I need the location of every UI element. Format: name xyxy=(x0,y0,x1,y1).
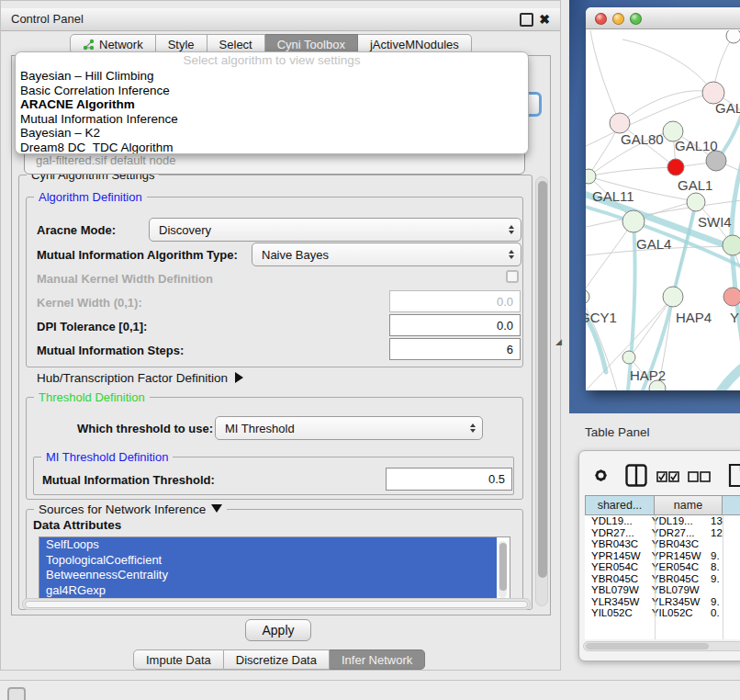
expand-right-icon xyxy=(235,372,243,383)
settings-scrollbar-thumb[interactable] xyxy=(538,181,547,578)
column-header-name[interactable]: name xyxy=(655,495,723,515)
table-row[interactable]: YBR045CYBR045C9. xyxy=(585,573,740,585)
table-row[interactable]: YDL19...YDL19...13 xyxy=(585,515,740,527)
aracne-mode-select[interactable]: Discovery xyxy=(149,218,521,242)
node-unlabeled[interactable] xyxy=(706,151,726,171)
stepper-icon xyxy=(470,423,476,433)
stepper-icon xyxy=(509,225,514,234)
algorithm-option-basic-correlation-inference[interactable]: Basic Correlation Inference xyxy=(16,84,528,98)
algorithm-option-mutual-information-inference[interactable]: Mutual Information Inference xyxy=(16,112,528,127)
zoom-window-button[interactable] xyxy=(630,13,642,25)
table-row[interactable]: YPR145WYPR145W9. xyxy=(585,550,740,562)
document-icon[interactable] xyxy=(728,463,740,488)
data-attributes-list[interactable]: SelfLoopsTopologicalCoefficientBetweenne… xyxy=(39,536,510,604)
node-label-gal11: GAL11 xyxy=(592,188,634,204)
tab-infer-network[interactable]: Infer Network xyxy=(330,649,425,670)
hub-definition-label: Hub/Transcription Factor Definition xyxy=(37,371,228,385)
cell-shared-name: YLR345W xyxy=(585,596,645,608)
cell-shared-name: YER054C xyxy=(585,561,645,573)
attributes-scrollbar[interactable] xyxy=(499,541,507,598)
table-row[interactable]: YIL052CYIL052C0. xyxy=(585,607,740,618)
column-header-shared[interactable]: shared... xyxy=(585,495,655,515)
status-bar xyxy=(0,680,740,700)
mi-steps-label: Mutual Information Steps: xyxy=(37,344,184,357)
node-gal80[interactable] xyxy=(610,113,630,133)
table-hscrollbar-thumb[interactable] xyxy=(586,643,709,649)
cell-shared-name: YBR043C xyxy=(585,538,645,550)
table-row[interactable]: YLR345WYLR345W9. xyxy=(585,596,740,608)
cell-shared-name: YIL052C xyxy=(585,607,645,618)
algorithm-definition-title: Algorithm Definition xyxy=(34,190,147,204)
attribute-selfloops[interactable]: SelfLoops xyxy=(39,537,497,553)
float-window-icon[interactable] xyxy=(520,13,533,27)
algorithm-option-dream8-dc-tdc-algorithm[interactable]: Dream8 DC_TDC Algorithm xyxy=(16,141,528,154)
node-label-gal7: GAL7 xyxy=(715,100,740,116)
table-row[interactable]: YBL079WYBL079W xyxy=(585,584,740,596)
node-gal4[interactable] xyxy=(622,210,645,232)
attributes-scrollbar-thumb[interactable] xyxy=(499,543,507,591)
attribute-gal4rgexp[interactable]: gal4RGexp xyxy=(39,583,497,599)
close-window-button[interactable] xyxy=(595,13,607,25)
node-label-y: Y xyxy=(730,310,739,325)
tab-discretize-data[interactable]: Discretize Data xyxy=(224,649,330,670)
apply-button[interactable]: Apply xyxy=(245,619,311,641)
tab-label: Network xyxy=(99,38,143,51)
network-window-titlebar[interactable] xyxy=(586,7,740,29)
settings-hscrollbar[interactable] xyxy=(22,598,531,610)
node-swi4[interactable] xyxy=(687,193,705,211)
table-row[interactable]: YER054CYER054C8. xyxy=(585,561,740,573)
dpi-tolerance-label: DPI Tolerance [0,1]: xyxy=(37,320,147,333)
node-label-gal1: GAL1 xyxy=(678,177,712,193)
control-panel-title: Control Panel xyxy=(11,8,84,30)
node-gcy1[interactable] xyxy=(586,289,589,304)
minimize-window-button[interactable] xyxy=(612,13,624,25)
which-threshold-value: MI Threshold xyxy=(225,422,295,435)
algorithm-option-aracne-algorithm[interactable]: ARACNE Algorithm xyxy=(16,97,528,112)
column-header-a[interactable]: A xyxy=(723,495,740,515)
node-unlabeled[interactable] xyxy=(723,235,740,255)
network-view-window: GAL7GAL80GAL10GAL1GAL11SWI4GAL4GCY1HAP4Y… xyxy=(586,7,740,390)
node-label-swi4: SWI4 xyxy=(698,214,732,230)
mi-type-select[interactable]: Naive Bayes xyxy=(252,243,521,266)
node-label-hap2: HAP2 xyxy=(630,367,666,383)
settings-hscrollbar-thumb[interactable] xyxy=(25,601,528,608)
gear-icon[interactable] xyxy=(592,467,610,484)
corner-grip-icon[interactable] xyxy=(7,687,26,700)
deselect-checks-icon[interactable] xyxy=(688,471,711,482)
algorithm-option-bayesian-hill-climbing[interactable]: Bayesian – Hill Climbing xyxy=(16,69,528,84)
kernel-width-label: Kernel Width (0,1): xyxy=(37,296,142,310)
network-canvas[interactable]: GAL7GAL80GAL10GAL1GAL11SWI4GAL4GCY1HAP4Y… xyxy=(586,30,740,390)
hub-definition-expander[interactable]: Hub/Transcription Factor Definition xyxy=(37,371,243,385)
split-columns-icon[interactable] xyxy=(625,464,647,487)
table-row[interactable]: YBR043CYBR043C xyxy=(585,538,740,550)
tab-impute-data[interactable]: Impute Data xyxy=(133,649,224,670)
algorithm-option-bayesian-k2[interactable]: Bayesian – K2 xyxy=(16,126,528,141)
mi-steps-field[interactable]: 6 xyxy=(389,338,521,360)
close-panel-icon[interactable]: ✖ xyxy=(537,8,552,30)
attribute-topologicalcoefficient[interactable]: TopologicalCoefficient xyxy=(39,553,497,569)
table-hscrollbar[interactable] xyxy=(583,641,740,651)
select-all-checks-icon[interactable] xyxy=(656,471,679,482)
node-hap4[interactable] xyxy=(663,287,683,307)
kernel-width-field[interactable]: 0.0 xyxy=(389,290,521,312)
attribute-betweennesscentrality[interactable]: BetweennessCentrality xyxy=(39,568,497,583)
mi-threshold-field[interactable]: 0.5 xyxy=(386,468,512,491)
node-label-hap4: HAP4 xyxy=(676,310,712,325)
node-unlabeled[interactable] xyxy=(726,30,740,43)
manual-kernel-checkbox[interactable] xyxy=(506,270,519,283)
sources-group-title[interactable]: Sources for Network Inference xyxy=(34,502,227,516)
node-gal11[interactable] xyxy=(586,169,596,184)
table-row[interactable]: YDR27...YDR27...12 xyxy=(585,527,740,539)
settings-scrollbar[interactable] xyxy=(535,176,548,606)
dpi-tolerance-field[interactable]: 0.0 xyxy=(389,314,521,336)
node-hap2[interactable] xyxy=(622,351,635,364)
table-header-row: shared...nameA xyxy=(585,495,740,515)
which-threshold-label: Which threshold to use: xyxy=(77,422,213,435)
which-threshold-select[interactable]: MI Threshold xyxy=(215,416,483,440)
node-gal1[interactable] xyxy=(667,159,684,175)
cell-shared-name: YPR145W xyxy=(585,550,645,562)
node-y[interactable] xyxy=(723,288,740,306)
column-separator xyxy=(723,515,723,639)
cell-shared-name: YDL19... xyxy=(585,515,645,527)
node-label-gal10: GAL10 xyxy=(675,138,718,153)
